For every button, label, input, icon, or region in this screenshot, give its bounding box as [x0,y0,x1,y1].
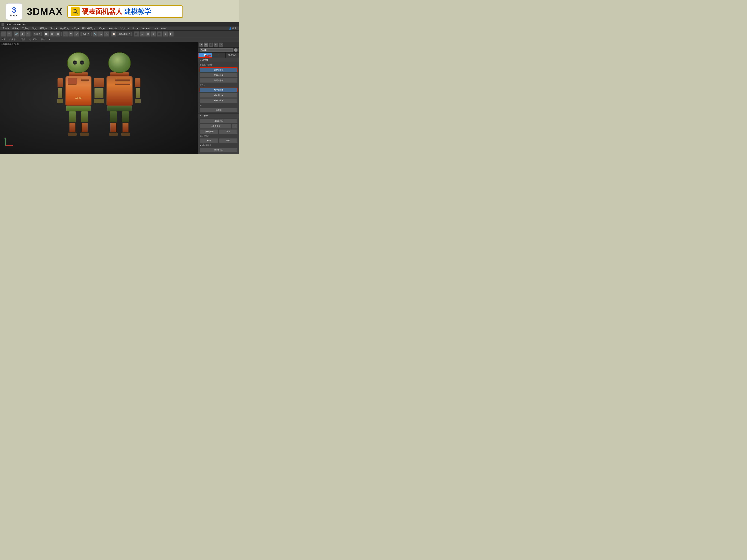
edit-working-pivot-btn[interactable]: 编辑工作轴 [200,119,237,124]
menu-user[interactable]: 👤 登录 [228,27,238,30]
menu-item-create[interactable]: 创建(C) [48,27,58,30]
sub-tb-paint[interactable]: 对象绘制 [28,38,38,41]
sub-tb-more[interactable]: ● [49,38,50,41]
menu-item-file[interactable]: 文件(F) [1,27,11,30]
sub-tb-freeform[interactable]: 自由形式 [8,38,18,41]
robot1-leg-right-upper [81,111,88,123]
filter-dropdown[interactable]: 全部 ▼ [33,32,42,36]
tb-sep-3 [43,32,43,36]
scale-btn[interactable]: ⬡ [74,31,79,36]
snap-btn[interactable]: 🔧 [93,31,98,36]
panel-name-row [198,48,239,53]
menu-item-animation[interactable]: 动画(A) [70,27,80,30]
robot2-head [108,52,131,73]
affect-hierarchy-btn[interactable]: 仅影响层次 [200,78,237,83]
menu-item-view[interactable]: 视图(V) [38,27,48,30]
select-by-name-btn[interactable]: 📋 [111,31,117,36]
menu-item-customize[interactable]: 自定义(U) [118,27,130,30]
menu-item-modifier[interactable]: 修改器(M) [58,27,71,30]
user-icon: 👤 [229,27,232,30]
schematic-view-btn[interactable]: ⊞ [151,31,156,36]
select-region-dropdown[interactable]: 创建选择集 ▼ [117,32,132,36]
affect-object-btn[interactable]: 仅影响对象 [200,73,237,77]
robot1-leg-right [80,111,89,136]
angle-snap-btn[interactable]: △ [98,31,103,36]
hier-tab-ik[interactable]: Ik [212,53,226,58]
layer-btn[interactable]: ▤ [145,31,151,36]
render-btn[interactable]: ▶ [169,31,174,36]
hier-tab-pivot[interactable]: 轴 [198,53,212,58]
panel-tab-display[interactable]: □ [219,43,223,47]
robot1-waist [66,106,91,111]
working-pivot-label: 工作轴 [202,114,208,117]
robot2-leg-left-lower [123,123,129,132]
menu-item-tools[interactable]: 工具(T) [21,27,30,30]
adjust-pivot-body: 移动/旋转/缩放： 仅影响响轴 仅影响对象 仅影响层次 对齐： 居中到对象 对齐… [198,62,239,113]
robot2-neck [110,73,129,76]
fix-working-pivot-btn[interactable]: 固定工作轴 [200,148,237,153]
sub-tb-modeling[interactable]: 建模 [1,38,6,41]
center-to-object-btn[interactable]: 居中到对象 [200,87,237,92]
unlink-btn[interactable]: ⛓ [20,31,25,36]
rotate-btn[interactable]: ↻ [68,31,74,36]
align-to-view-btn[interactable]: 对齐到视图 [200,129,218,134]
menu-item-content[interactable]: 内容 [153,27,160,30]
robot2-leg-left [121,111,130,136]
material-editor-btn[interactable]: ⬛ [157,31,162,36]
menu-item-civil-view[interactable]: Civil View [106,27,118,30]
panel-tab-motion[interactable]: ● [214,43,218,47]
menu-item-interactive[interactable]: Interactive [140,27,153,30]
sub-tb-populate[interactable]: 填充 [40,38,46,41]
use-working-pivot-ellipsis-btn[interactable]: ... [232,124,237,129]
select-region-btn[interactable]: ▣ [50,31,55,36]
menu-item-render[interactable]: 渲染(R) [96,27,106,30]
align-to-world-btn[interactable]: 对齐到世界 [200,98,237,103]
bind-to-space-warp[interactable]: 〜 [25,31,31,36]
menu-item-script[interactable]: 脚本(S) [130,27,140,30]
dropdown-arrow: ▼ [38,33,40,35]
menu-item-graph-editor[interactable]: 图形编辑器(D) [80,27,96,30]
menu-item-arnold[interactable]: Arnold [160,27,169,30]
view-btn[interactable]: 视图 [200,138,218,143]
align-to-view-checkbox[interactable]: ▼ 对齐到视图 [200,144,211,147]
menu-item-edit[interactable]: 编辑(E) [11,27,21,30]
panel-tab-create[interactable]: + [199,43,203,47]
affect-pivot-btn[interactable]: 仅影响响轴 [200,68,237,72]
align-btn[interactable]: ≡ [139,31,145,36]
sub-tb-select[interactable]: 选择 [21,38,26,41]
panel-tab-hierarchy[interactable]: ⬛ [209,43,213,47]
undo-btn[interactable]: ↩ [1,31,6,36]
curve-btn[interactable]: 曲面 [219,138,238,143]
reset-btn[interactable]: 重置 [219,129,238,134]
robot2-arm-right-upper [99,78,104,87]
viewport[interactable]: [+] [顶] [标框] [边面] [0,42,198,154]
move-btn[interactable]: ✛ [62,31,68,36]
color-swatch[interactable] [234,48,237,52]
view-arrow: ▼ [87,33,89,35]
menu-item-group[interactable]: 组(G) [30,27,38,30]
redo-btn[interactable]: ↪ [6,31,12,36]
robot2-arm-left-upper [135,78,140,87]
adjust-pivot-arrow: ▼ [200,59,201,61]
robot1-leg-left-lower [70,123,75,132]
object-name-input[interactable] [200,48,233,52]
hier-tab-link-info[interactable]: 链接信息 [226,53,239,58]
select-link-btn[interactable]: 🔗 [14,31,19,36]
viewport-bg: A980 [0,42,198,154]
search-icon [71,7,80,16]
use-working-pivot-btn[interactable]: 使用工作轴 [200,124,231,129]
adjust-pivot-header[interactable]: ▼ 调整轴 [198,58,239,62]
percent-snap-btn[interactable]: % [104,31,109,36]
robot1-neck [69,73,88,76]
reset-pivot-btn[interactable]: 重置轴 [200,108,237,112]
select-btn[interactable]: ⬜ [44,31,49,36]
render-setup-btn[interactable]: 🖥 [163,31,168,36]
robot1-foot-left [68,133,77,136]
mirror-btn[interactable]: ⬛ [134,31,139,36]
view-dropdown[interactable]: 视图 ▼ [81,32,91,36]
align-to-object-btn[interactable]: 对齐到对象 [200,93,237,98]
select-crossing-btn[interactable]: ▦ [55,31,60,36]
panel-tab-modify[interactable]: ✏ [204,43,208,47]
svg-line-1 [76,12,78,14]
working-pivot-header[interactable]: ▼ 工作轴 [198,113,239,118]
